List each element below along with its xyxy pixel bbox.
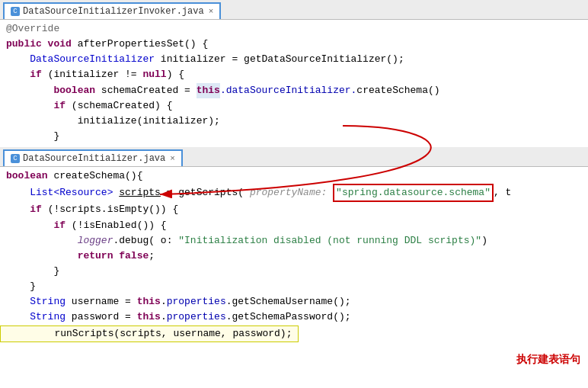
code-line-if-scripts: if (!scripts.isEmpty()) { [0,202,588,217]
code-line-close-2: } [0,279,588,294]
code-line-close-brace: } [0,129,588,144]
var-username: username = [72,294,137,309]
red-box-string: "spring.datasource.schema" [333,184,494,202]
close-paren: ) [481,233,487,249]
code-line-username: String username = this.properties.getSch… [0,294,588,309]
indent-1b [6,67,30,82]
code-line-runscripts: runScripts(scripts, username, password); [0,325,299,342]
indent-c1 [6,264,53,279]
scripts-not-empty: (!scripts.isEmpty()) { [48,202,179,217]
kw-this-2: this [137,294,161,309]
indent-if2 [6,218,53,233]
null-check: (initializer != [48,67,143,82]
debug-call: .debug( o: [113,233,178,249]
tab-close-2[interactable]: × [170,154,175,163]
logger-var: logger [78,233,113,249]
var-initializer: initializer = getDataSourceInitializer()… [161,52,404,67]
override-annotation: @Override [6,21,59,37]
dot-props-2: . [161,309,167,325]
kw-boolean: boolean [53,83,101,98]
indent-logger [6,233,78,249]
type-list: List<Resource> [30,185,119,200]
field-properties-1: properties [167,294,226,309]
semi-false: ; [149,249,155,264]
code-line-if-null: if (initializer != null) { [0,67,588,82]
tab-datasource-initializer[interactable]: C DataSourceInitializer.java × [3,149,183,166]
tab-datasource-initializer-invoker[interactable]: C DataSourceInitializerInvoker.java × [3,2,221,19]
call-runscripts: runScripts(scripts, username, password); [30,326,292,342]
annotation-label: 执行建表语句 [516,353,580,367]
tab-close-1[interactable]: × [209,7,214,16]
kw-public: public [6,37,48,52]
indent-c2 [6,279,30,294]
kw-if-3: if [30,202,47,217]
indent-2 [6,83,53,98]
var-password: password = [72,309,137,325]
indent-1 [6,52,30,67]
code-line-logger: logger.debug( o: "Initialization disable… [0,233,588,249]
kw-return: return [78,249,120,264]
kw-if: if [30,67,47,82]
code-line-scripts: List<Resource> scripts = getScripts( pro… [0,184,588,202]
is-enabled-check: (!isEnabled()) { [72,218,167,233]
schema-check: (schemaCreated) { [72,98,173,114]
code-line-return-false: return false; [0,249,588,264]
kw-if2: if [53,98,71,114]
comma-t: , t [494,185,511,200]
kw-boolean-2: boolean [6,168,48,184]
kw-if-4: if [53,218,71,233]
type-datasourceinitializer: DataSourceInitializer [30,52,161,67]
indent-pwd [6,309,30,325]
close-brace-1: } [53,129,59,144]
method-afterPropertiesSet: afterPropertiesSet() { [78,37,209,52]
create-schema-rest: createSchema(){ [48,168,143,184]
editor-container: C DataSourceInitializerInvoker.java × @O… [0,0,588,388]
code-line-if-schema: if (schemaCreated) { [0,98,588,114]
get-schema-pwd: .getSchemaPassword(); [226,309,351,325]
tab-bar-2: C DataSourceInitializer.java × [0,147,588,167]
close-brace-3: } [30,279,36,294]
get-schema-uname: .getSchemaUsername(); [226,294,351,309]
indent-if [6,202,30,217]
kw-this: this [197,85,220,96]
var-schema-created: schemaCreated = [101,83,197,98]
str-spring-schema: "spring.datasource.schema" [336,187,491,198]
close-brace-2: } [53,264,59,279]
code-line-close-1: } [0,264,588,279]
indent-return [6,249,78,264]
file-icon-1: C [11,7,20,16]
type-string-1: String [30,294,72,309]
call-initialize: initialize(initializer); [78,114,220,129]
field-datasource-initializer: .dataSourceInitializer. [220,83,356,98]
indent-2c [6,129,53,144]
indent-3 [6,114,78,129]
null-brace: ) { [167,67,184,82]
this-keyword: this [197,83,220,98]
var-scripts: scripts [119,185,161,200]
type-string-2: String [30,309,72,325]
annotation-override: @Override [0,21,588,37]
code-line-boolean-create: boolean createSchema(){ [0,168,588,184]
code-line-initialize: initialize(initializer); [0,114,588,129]
indent-uname [6,294,30,309]
code-line-public-void: public void afterPropertiesSet() { [0,37,588,52]
getscripts-eq: = getScripts( [161,185,250,200]
tab-label-2: DataSourceInitializer.java [23,153,165,164]
kw-this-3: this [137,309,161,325]
code-section-2: boolean createSchema(){ List<Resource> s… [0,167,588,344]
code-line-initializer: DataSourceInitializer initializer = getD… [0,52,588,67]
method-createschema: createSchema() [356,83,439,98]
kw-void: void [48,37,78,52]
str-init-disabled: "Initialization disabled (not running DD… [178,233,481,249]
indent-run [7,326,30,342]
tab-label-1: DataSourceInitializerInvoker.java [23,6,204,17]
field-properties-2: properties [167,309,226,325]
tab-bar-1: C DataSourceInitializerInvoker.java × [0,0,588,20]
code-line-if-enabled: if (!isEnabled()) { [0,218,588,233]
indent-2b [6,98,53,114]
kw-false: false [119,249,149,264]
code-line-schema-created: boolean schemaCreated = this.dataSourceI… [0,83,588,98]
dot-props-1: . [161,294,167,309]
indent-scripts [6,185,30,200]
file-icon-2: C [11,154,20,163]
